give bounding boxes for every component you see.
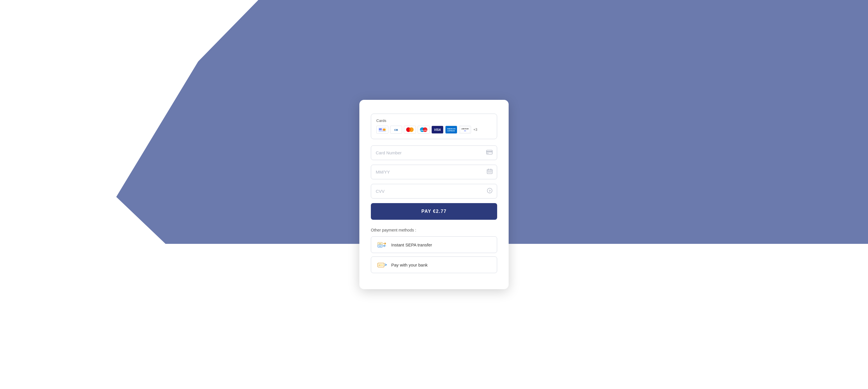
sepa-icon: [377, 241, 387, 248]
svg-rect-40: [379, 246, 381, 247]
other-methods-label: Other payment methods :: [371, 228, 497, 232]
svg-rect-19: [446, 127, 456, 133]
more-cards-count: +3: [473, 128, 477, 132]
amex-icon: AMERICAN EXPRESS: [445, 126, 457, 134]
svg-text:VISA: VISA: [434, 128, 441, 131]
svg-text:CB: CB: [394, 129, 398, 131]
liretour-icon: LIRETOUR AS: [459, 126, 471, 134]
cvv-input[interactable]: [371, 184, 497, 198]
cards-section: Cards CB: [371, 114, 497, 139]
pay-with-bank-button[interactable]: Pay with your bank: [371, 256, 497, 273]
svg-rect-22: [460, 127, 470, 133]
svg-text:AMERICAN: AMERICAN: [447, 128, 456, 130]
cards-label: Cards: [376, 119, 492, 123]
card-number-input[interactable]: [371, 145, 497, 160]
pay-button[interactable]: PAY €2.77: [371, 203, 497, 220]
mastercard-icon: [404, 126, 416, 134]
expiry-wrapper: [371, 165, 497, 179]
maestro-icon: maestro: [417, 126, 430, 134]
bank-icon: [377, 261, 387, 268]
sepa-transfer-label: Instant SEPA transfer: [391, 242, 432, 247]
svg-rect-7: [379, 131, 386, 131]
card-number-wrapper: [371, 145, 497, 160]
payment-card: Cards CB: [360, 100, 508, 289]
svg-text:maestro: maestro: [420, 129, 427, 131]
svg-text:EXPRESS: EXPRESS: [447, 130, 455, 132]
svg-text:AS: AS: [464, 130, 466, 132]
svg-point-9: [383, 129, 385, 131]
expiry-input[interactable]: [371, 165, 497, 179]
svg-rect-6: [379, 128, 382, 130]
svg-text:LIRETOUR: LIRETOUR: [461, 128, 469, 130]
cvv-wrapper: ?: [371, 184, 497, 198]
svg-rect-38: [379, 243, 381, 245]
sepa-transfer-button[interactable]: Instant SEPA transfer: [371, 236, 497, 253]
bank-card-icon: [376, 126, 389, 134]
visa-icon: VISA: [431, 126, 443, 134]
pay-with-bank-label: Pay with your bank: [391, 262, 428, 267]
cb-card-icon: CB: [390, 126, 402, 134]
card-icons-row: CB maestro: [376, 126, 492, 134]
